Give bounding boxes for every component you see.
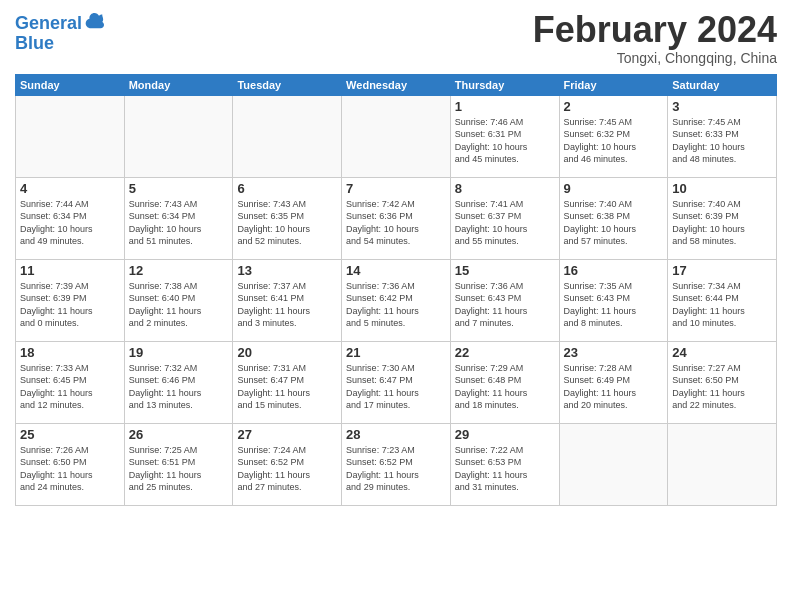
day-number: 16: [564, 263, 664, 278]
day-info: Sunrise: 7:36 AMSunset: 6:43 PMDaylight:…: [455, 280, 555, 330]
day-info: Sunrise: 7:32 AMSunset: 6:46 PMDaylight:…: [129, 362, 229, 412]
calendar-table: Sunday Monday Tuesday Wednesday Thursday…: [15, 74, 777, 506]
day-number: 9: [564, 181, 664, 196]
day-number: 27: [237, 427, 337, 442]
day-number: 24: [672, 345, 772, 360]
day-info: Sunrise: 7:45 AMSunset: 6:32 PMDaylight:…: [564, 116, 664, 166]
day-info: Sunrise: 7:31 AMSunset: 6:47 PMDaylight:…: [237, 362, 337, 412]
day-info: Sunrise: 7:26 AMSunset: 6:50 PMDaylight:…: [20, 444, 120, 494]
table-row: [342, 95, 451, 177]
day-number: 10: [672, 181, 772, 196]
table-row: 20Sunrise: 7:31 AMSunset: 6:47 PMDayligh…: [233, 341, 342, 423]
day-info: Sunrise: 7:35 AMSunset: 6:43 PMDaylight:…: [564, 280, 664, 330]
month-title: February 2024: [533, 10, 777, 50]
table-row: 29Sunrise: 7:22 AMSunset: 6:53 PMDayligh…: [450, 423, 559, 505]
table-row: [559, 423, 668, 505]
col-sunday: Sunday: [16, 74, 125, 95]
logo-text: General: [15, 14, 82, 34]
day-info: Sunrise: 7:42 AMSunset: 6:36 PMDaylight:…: [346, 198, 446, 248]
day-number: 26: [129, 427, 229, 442]
day-number: 14: [346, 263, 446, 278]
table-row: 28Sunrise: 7:23 AMSunset: 6:52 PMDayligh…: [342, 423, 451, 505]
day-info: Sunrise: 7:29 AMSunset: 6:48 PMDaylight:…: [455, 362, 555, 412]
day-number: 6: [237, 181, 337, 196]
table-row: 9Sunrise: 7:40 AMSunset: 6:38 PMDaylight…: [559, 177, 668, 259]
day-number: 8: [455, 181, 555, 196]
calendar-week-row: 18Sunrise: 7:33 AMSunset: 6:45 PMDayligh…: [16, 341, 777, 423]
day-info: Sunrise: 7:24 AMSunset: 6:52 PMDaylight:…: [237, 444, 337, 494]
day-info: Sunrise: 7:23 AMSunset: 6:52 PMDaylight:…: [346, 444, 446, 494]
table-row: 4Sunrise: 7:44 AMSunset: 6:34 PMDaylight…: [16, 177, 125, 259]
table-row: 17Sunrise: 7:34 AMSunset: 6:44 PMDayligh…: [668, 259, 777, 341]
table-row: [233, 95, 342, 177]
table-row: 27Sunrise: 7:24 AMSunset: 6:52 PMDayligh…: [233, 423, 342, 505]
day-number: 19: [129, 345, 229, 360]
table-row: [16, 95, 125, 177]
table-row: [124, 95, 233, 177]
page-container: General Blue February 2024 Tongxi, Chong…: [0, 0, 792, 612]
table-row: 11Sunrise: 7:39 AMSunset: 6:39 PMDayligh…: [16, 259, 125, 341]
day-number: 3: [672, 99, 772, 114]
day-info: Sunrise: 7:30 AMSunset: 6:47 PMDaylight:…: [346, 362, 446, 412]
table-row: 19Sunrise: 7:32 AMSunset: 6:46 PMDayligh…: [124, 341, 233, 423]
table-row: 1Sunrise: 7:46 AMSunset: 6:31 PMDaylight…: [450, 95, 559, 177]
day-info: Sunrise: 7:28 AMSunset: 6:49 PMDaylight:…: [564, 362, 664, 412]
day-number: 15: [455, 263, 555, 278]
table-row: 5Sunrise: 7:43 AMSunset: 6:34 PMDaylight…: [124, 177, 233, 259]
calendar-header-row: Sunday Monday Tuesday Wednesday Thursday…: [16, 74, 777, 95]
day-info: Sunrise: 7:34 AMSunset: 6:44 PMDaylight:…: [672, 280, 772, 330]
col-saturday: Saturday: [668, 74, 777, 95]
day-number: 2: [564, 99, 664, 114]
table-row: 14Sunrise: 7:36 AMSunset: 6:42 PMDayligh…: [342, 259, 451, 341]
header: General Blue February 2024 Tongxi, Chong…: [15, 10, 777, 66]
day-number: 25: [20, 427, 120, 442]
table-row: 12Sunrise: 7:38 AMSunset: 6:40 PMDayligh…: [124, 259, 233, 341]
table-row: 6Sunrise: 7:43 AMSunset: 6:35 PMDaylight…: [233, 177, 342, 259]
day-info: Sunrise: 7:45 AMSunset: 6:33 PMDaylight:…: [672, 116, 772, 166]
col-tuesday: Tuesday: [233, 74, 342, 95]
day-info: Sunrise: 7:36 AMSunset: 6:42 PMDaylight:…: [346, 280, 446, 330]
day-info: Sunrise: 7:40 AMSunset: 6:38 PMDaylight:…: [564, 198, 664, 248]
table-row: 16Sunrise: 7:35 AMSunset: 6:43 PMDayligh…: [559, 259, 668, 341]
table-row: 2Sunrise: 7:45 AMSunset: 6:32 PMDaylight…: [559, 95, 668, 177]
logo-text2: Blue: [15, 34, 104, 54]
day-number: 12: [129, 263, 229, 278]
col-wednesday: Wednesday: [342, 74, 451, 95]
day-number: 4: [20, 181, 120, 196]
table-row: 3Sunrise: 7:45 AMSunset: 6:33 PMDaylight…: [668, 95, 777, 177]
table-row: 13Sunrise: 7:37 AMSunset: 6:41 PMDayligh…: [233, 259, 342, 341]
day-number: 29: [455, 427, 555, 442]
calendar-week-row: 25Sunrise: 7:26 AMSunset: 6:50 PMDayligh…: [16, 423, 777, 505]
calendar-week-row: 1Sunrise: 7:46 AMSunset: 6:31 PMDaylight…: [16, 95, 777, 177]
day-info: Sunrise: 7:43 AMSunset: 6:35 PMDaylight:…: [237, 198, 337, 248]
table-row: 10Sunrise: 7:40 AMSunset: 6:39 PMDayligh…: [668, 177, 777, 259]
table-row: 23Sunrise: 7:28 AMSunset: 6:49 PMDayligh…: [559, 341, 668, 423]
day-number: 20: [237, 345, 337, 360]
day-number: 18: [20, 345, 120, 360]
table-row: 26Sunrise: 7:25 AMSunset: 6:51 PMDayligh…: [124, 423, 233, 505]
day-info: Sunrise: 7:38 AMSunset: 6:40 PMDaylight:…: [129, 280, 229, 330]
logo: General Blue: [15, 14, 104, 54]
day-info: Sunrise: 7:40 AMSunset: 6:39 PMDaylight:…: [672, 198, 772, 248]
table-row: 15Sunrise: 7:36 AMSunset: 6:43 PMDayligh…: [450, 259, 559, 341]
day-info: Sunrise: 7:46 AMSunset: 6:31 PMDaylight:…: [455, 116, 555, 166]
day-number: 21: [346, 345, 446, 360]
day-number: 7: [346, 181, 446, 196]
day-number: 17: [672, 263, 772, 278]
title-block: February 2024 Tongxi, Chongqing, China: [533, 10, 777, 66]
table-row: 7Sunrise: 7:42 AMSunset: 6:36 PMDaylight…: [342, 177, 451, 259]
table-row: 8Sunrise: 7:41 AMSunset: 6:37 PMDaylight…: [450, 177, 559, 259]
calendar-week-row: 11Sunrise: 7:39 AMSunset: 6:39 PMDayligh…: [16, 259, 777, 341]
day-info: Sunrise: 7:39 AMSunset: 6:39 PMDaylight:…: [20, 280, 120, 330]
table-row: [668, 423, 777, 505]
day-info: Sunrise: 7:25 AMSunset: 6:51 PMDaylight:…: [129, 444, 229, 494]
table-row: 22Sunrise: 7:29 AMSunset: 6:48 PMDayligh…: [450, 341, 559, 423]
day-info: Sunrise: 7:41 AMSunset: 6:37 PMDaylight:…: [455, 198, 555, 248]
day-info: Sunrise: 7:37 AMSunset: 6:41 PMDaylight:…: [237, 280, 337, 330]
day-number: 13: [237, 263, 337, 278]
location: Tongxi, Chongqing, China: [533, 50, 777, 66]
day-info: Sunrise: 7:22 AMSunset: 6:53 PMDaylight:…: [455, 444, 555, 494]
day-info: Sunrise: 7:33 AMSunset: 6:45 PMDaylight:…: [20, 362, 120, 412]
day-number: 28: [346, 427, 446, 442]
col-monday: Monday: [124, 74, 233, 95]
